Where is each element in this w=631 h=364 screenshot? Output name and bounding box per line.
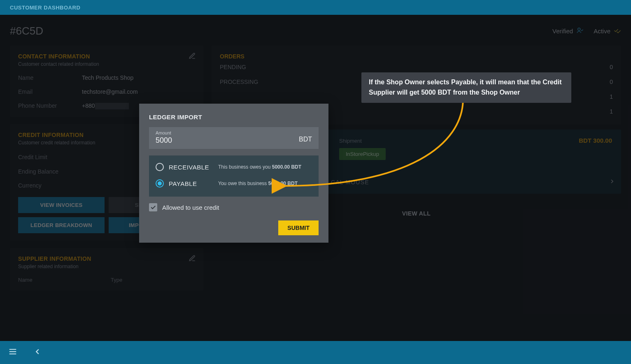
radio-selected-icon xyxy=(156,179,164,188)
shipment-label: Shipment xyxy=(339,138,613,144)
currency-key: Currency xyxy=(18,182,42,189)
verified-label: Verified xyxy=(552,28,573,35)
order-price: BDT 300.00 xyxy=(579,137,612,144)
order-item-name: CAL MOUSE xyxy=(331,179,613,185)
view-invoices-button[interactable]: VIEW INVOICES xyxy=(18,197,105,213)
supplier-card: SUPPLIER INFORMATION Supplier related in… xyxy=(10,248,203,290)
payable-radio[interactable]: PAYABLE You owe this business 5000.00 BD… xyxy=(156,175,312,192)
radio-unselected-icon xyxy=(156,163,164,171)
contact-title: CONTACT INFORMATION xyxy=(18,53,195,60)
page-header: #6C5D Verified Active xyxy=(0,15,631,37)
redacted-phone xyxy=(95,103,129,109)
top-bar: CUSTOMER DASHBOARD xyxy=(0,0,631,15)
status-badges: Verified Active xyxy=(552,27,621,35)
supplier-name-header: Name xyxy=(18,277,111,283)
edit-supplier-button[interactable] xyxy=(189,255,196,264)
receivable-desc: This business owes you 5000.00 BDT xyxy=(218,164,301,170)
page-section-title: CUSTOMER DASHBOARD xyxy=(10,5,80,11)
double-check-icon xyxy=(614,27,621,35)
annotation-callout: If the Shop Owner selects Payable, it wi… xyxy=(361,72,571,103)
shipment-badge: InStorePickup xyxy=(339,148,386,160)
orders-title: ORDERS xyxy=(220,53,613,60)
contact-phone-value: +880 xyxy=(82,102,129,109)
menu-icon[interactable] xyxy=(8,347,17,358)
amount-label: Amount xyxy=(156,130,172,135)
user-check-icon xyxy=(576,27,584,35)
modal-actions: SUBMIT xyxy=(139,211,328,243)
radio-group: RECEIVABLE This business owes you 5000.0… xyxy=(149,155,319,197)
checkbox-checked-icon xyxy=(149,203,157,211)
supplier-subtitle: Supplier related information xyxy=(18,264,195,269)
submit-button[interactable]: SUBMIT xyxy=(278,220,319,235)
contact-subtitle: Customer contact related information xyxy=(18,61,195,67)
svg-point-0 xyxy=(578,28,580,30)
contact-phone-key: Phone Number xyxy=(18,102,82,109)
amount-input[interactable]: Amount 5000 BDT xyxy=(149,127,319,149)
verified-badge: Verified xyxy=(552,27,584,35)
customer-id: #6C5D xyxy=(10,25,43,37)
active-badge: Active xyxy=(594,27,621,35)
payable-label: PAYABLE xyxy=(169,180,213,187)
active-label: Active xyxy=(594,28,610,35)
amount-value: 5000 xyxy=(156,136,172,145)
contact-name-value: Tech Products Shop xyxy=(82,74,133,81)
ending-balance-key: Ending Balance xyxy=(18,168,58,175)
chevron-right-icon[interactable] xyxy=(609,178,615,186)
allowed-credit-checkbox[interactable]: Allowed to use credit xyxy=(149,203,319,211)
ledger-breakdown-button[interactable]: LEDGER BREAKDOWN xyxy=(18,217,105,233)
bottom-bar xyxy=(0,341,631,364)
contact-email-key: Email xyxy=(18,88,82,95)
contact-email-value: techstore@gmail.com xyxy=(82,88,138,95)
modal-title: LEDGER IMPORT xyxy=(139,111,328,125)
supplier-type-header: Type xyxy=(111,277,122,283)
payable-desc: You owe this business 5000.00 BDT xyxy=(218,181,298,186)
receivable-label: RECEIVABLE xyxy=(169,164,213,171)
edit-contact-button[interactable] xyxy=(189,52,196,61)
contact-name-key: Name xyxy=(18,74,82,81)
ledger-import-modal: LEDGER IMPORT Amount 5000 BDT RECEIVABLE… xyxy=(139,104,328,243)
amount-currency: BDT xyxy=(299,136,312,145)
chevron-left-icon[interactable] xyxy=(33,347,42,358)
credit-limit-key: Credit Limit xyxy=(18,154,47,160)
supplier-title: SUPPLIER INFORMATION xyxy=(18,255,195,262)
contact-name-row: Name Tech Products Shop xyxy=(18,74,195,81)
contact-email-row: Email techstore@gmail.com xyxy=(18,88,195,95)
receivable-radio[interactable]: RECEIVABLE This business owes you 5000.0… xyxy=(156,159,312,175)
allowed-credit-label: Allowed to use credit xyxy=(162,204,219,211)
